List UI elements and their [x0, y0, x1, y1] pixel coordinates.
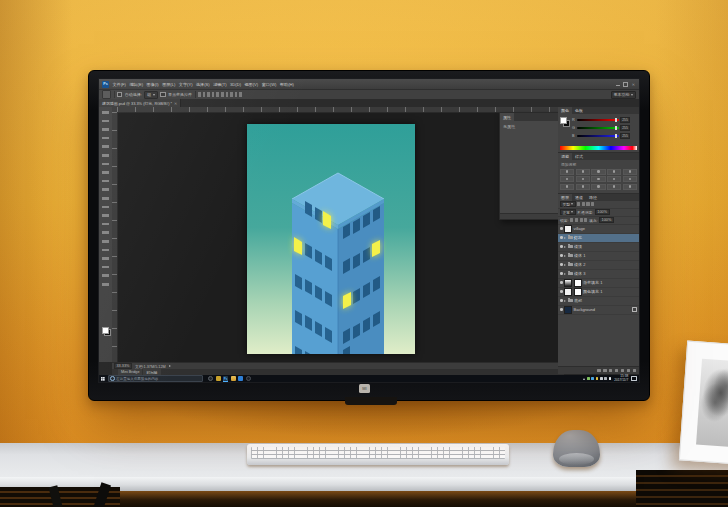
minimize-icon[interactable] — [616, 82, 620, 86]
green-slider[interactable] — [577, 127, 619, 129]
tab-properties[interactable]: 属性 — [500, 113, 514, 121]
layer-mask-thumbnail[interactable] — [574, 279, 582, 287]
ps-logo[interactable]: Ps — [102, 81, 109, 88]
filter-type-dropdown[interactable]: 类型 — [560, 201, 576, 208]
lock-position-icon[interactable] — [580, 218, 583, 221]
lock-transparent-icon[interactable] — [570, 218, 573, 221]
lock-all-icon[interactable] — [584, 218, 587, 221]
tray-icon-yellow[interactable] — [596, 377, 599, 380]
menu-file[interactable]: 文件(F) — [113, 82, 126, 87]
layer-row-selected[interactable]: 灯光 — [558, 234, 639, 243]
adjustment-icon[interactable] — [623, 169, 637, 175]
adjustment-icon[interactable] — [576, 176, 590, 182]
visibility-eye-icon[interactable] — [560, 236, 563, 239]
visibility-eye-icon[interactable] — [560, 263, 563, 266]
tray-icon-green[interactable] — [587, 377, 590, 380]
menu-help[interactable]: 帮助(H) — [280, 82, 294, 87]
add-mask-icon[interactable] — [609, 369, 612, 372]
fg-bg-swatches[interactable] — [102, 327, 111, 336]
menu-window[interactable]: 窗口(W) — [262, 82, 277, 87]
status-arrow-icon[interactable] — [169, 365, 171, 367]
tray-chevron-up-icon[interactable] — [583, 378, 585, 380]
delete-layer-icon[interactable] — [633, 369, 636, 372]
color-panel-swatches[interactable] — [560, 117, 570, 127]
layer-row[interactable]: 楼体 3 — [558, 270, 639, 279]
lock-pixels-icon[interactable] — [575, 218, 578, 221]
red-slider[interactable] — [577, 119, 619, 121]
volume-icon[interactable] — [600, 377, 603, 380]
group-expand-icon[interactable] — [564, 300, 566, 302]
tab-color[interactable]: 颜色 — [558, 107, 572, 114]
visibility-eye-icon[interactable] — [560, 272, 563, 275]
group-expand-icon[interactable] — [564, 237, 566, 239]
layer-row[interactable]: 楼体 1 — [558, 252, 639, 261]
layer-mask-thumbnail[interactable] — [574, 288, 582, 296]
tab-styles[interactable]: 样式 — [572, 153, 586, 160]
tab-swatches[interactable]: 色板 — [572, 107, 586, 114]
filter-shape-icon[interactable] — [591, 202, 594, 205]
adjustment-icon[interactable] — [591, 184, 605, 190]
filter-pixel-icon[interactable] — [577, 202, 580, 205]
adjustment-icon[interactable] — [607, 184, 621, 190]
green-value[interactable]: 255 — [620, 125, 630, 132]
adjustment-icon[interactable] — [591, 176, 605, 182]
browser-app-icon[interactable] — [246, 376, 251, 381]
group-expand-icon[interactable] — [564, 264, 566, 266]
app-icon-amber[interactable] — [216, 376, 221, 381]
foreground-color-swatch[interactable] — [560, 117, 567, 124]
menu-image[interactable]: 图像(I) — [147, 82, 159, 87]
adjustment-icon[interactable] — [607, 176, 621, 182]
layer-row[interactable]: village — [558, 225, 639, 234]
layer-row[interactable]: 楼顶 — [558, 243, 639, 252]
red-value[interactable]: 255 — [620, 117, 630, 124]
layer-row[interactable]: 渐变填充 1 — [558, 279, 639, 288]
layer-row[interactable]: 底部 — [558, 297, 639, 306]
foreground-color-swatch[interactable] — [102, 327, 109, 334]
layer-row[interactable]: 楼体 2 — [558, 261, 639, 270]
start-button[interactable] — [101, 377, 105, 381]
new-adjustment-icon[interactable] — [615, 369, 618, 372]
adjustment-icon[interactable] — [560, 176, 574, 182]
show-transform-checkbox[interactable] — [160, 92, 165, 97]
adjustment-icon[interactable] — [576, 184, 590, 190]
menu-type[interactable]: 文字(Y) — [179, 82, 193, 87]
color-spectrum-ramp[interactable] — [560, 146, 637, 150]
visibility-eye-icon[interactable] — [560, 299, 563, 302]
group-expand-icon[interactable] — [564, 246, 566, 248]
document-tab[interactable]: 建筑插画.psd @ 33.3% (灯光, RGB/8#) * ✕ — [99, 99, 181, 107]
task-view-icon[interactable] — [208, 376, 213, 381]
fill-value[interactable]: 100% — [599, 217, 614, 224]
tab-adjustments[interactable]: 调整 — [558, 153, 572, 160]
move-tool-icon[interactable] — [102, 90, 111, 99]
filter-adjustment-icon[interactable] — [582, 202, 585, 205]
tab-close-icon[interactable]: ✕ — [174, 101, 177, 106]
visibility-eye-icon[interactable] — [560, 227, 563, 230]
artwork-canvas[interactable] — [247, 124, 415, 354]
layer-style-icon[interactable] — [603, 369, 606, 372]
tab-layers[interactable]: 图层 — [558, 194, 572, 201]
photos-app-icon[interactable] — [238, 376, 243, 381]
auto-select-checkbox[interactable] — [117, 92, 122, 97]
visibility-eye-icon[interactable] — [560, 281, 563, 284]
group-expand-icon[interactable] — [564, 273, 566, 275]
menu-select[interactable]: 选择(S) — [196, 82, 210, 87]
opacity-value[interactable]: 100% — [595, 209, 610, 216]
input-method-icon[interactable] — [609, 377, 612, 380]
group-expand-icon[interactable] — [564, 255, 566, 257]
adjustment-icon[interactable] — [607, 169, 621, 175]
adjustment-icon[interactable] — [560, 184, 574, 190]
visibility-eye-icon[interactable] — [560, 254, 563, 257]
auto-select-dropdown[interactable]: 组 — [144, 91, 158, 99]
taskbar-clock[interactable]: 15:38 2017/11/7 — [614, 375, 628, 382]
adjustment-icon[interactable] — [623, 176, 637, 182]
link-layers-icon[interactable] — [597, 369, 600, 372]
visibility-eye-icon[interactable] — [560, 245, 563, 248]
new-layer-icon[interactable] — [627, 369, 630, 372]
file-explorer-icon[interactable] — [231, 376, 236, 381]
network-icon[interactable] — [604, 377, 607, 380]
tab-paths[interactable]: 路径 — [586, 194, 600, 201]
tab-channels[interactable]: 通道 — [572, 194, 586, 201]
adjustment-icon[interactable] — [591, 169, 605, 175]
tray-icon-blue[interactable] — [591, 377, 594, 380]
tool-icons[interactable] — [102, 111, 109, 289]
